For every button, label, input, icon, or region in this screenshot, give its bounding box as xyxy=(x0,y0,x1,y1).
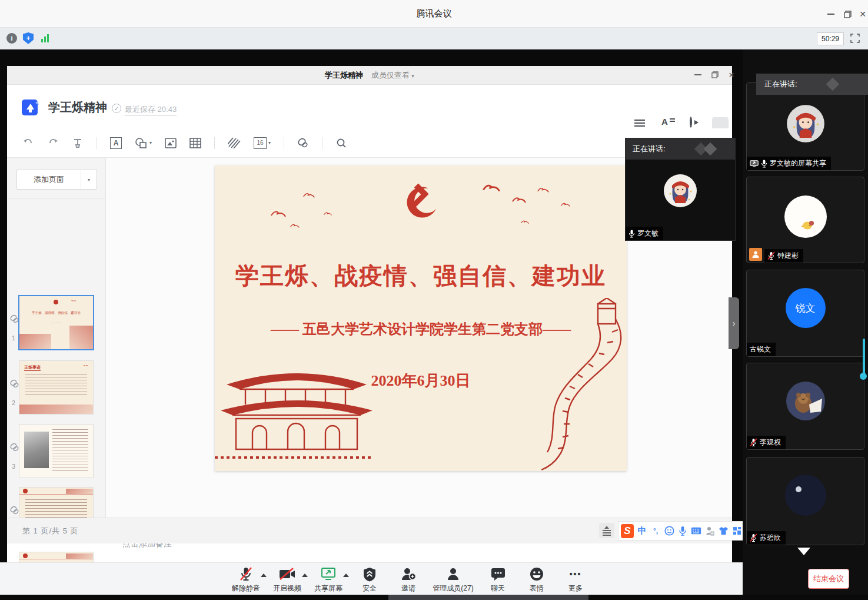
notes-toggle-button[interactable] xyxy=(599,523,614,538)
ime-skin-icon[interactable] xyxy=(718,526,729,535)
text-format-button[interactable]: A xyxy=(661,117,675,127)
insert-table-button[interactable] xyxy=(189,136,201,150)
background-pattern-button[interactable] xyxy=(228,136,241,150)
participant-avatar xyxy=(784,474,827,516)
meeting-timer: 50:29 xyxy=(817,32,844,45)
great-wall-artwork xyxy=(541,298,627,471)
undo-button[interactable] xyxy=(22,136,34,150)
add-page-button[interactable]: 添加页面 ▾ xyxy=(16,170,97,190)
sidebar-scrollbar-thumb[interactable] xyxy=(860,373,867,380)
chat-button[interactable]: 聊天 xyxy=(478,565,517,594)
add-page-label[interactable]: 添加页面 xyxy=(17,170,81,189)
participant-tile[interactable]: 李观权 xyxy=(746,363,864,450)
invite-icon xyxy=(401,567,416,581)
ime-voice-icon[interactable] xyxy=(677,526,688,536)
mic-muted-icon xyxy=(750,533,757,542)
thumb1-number: 1 xyxy=(12,334,15,342)
text-lines-icon xyxy=(670,117,675,123)
share-screen-button[interactable]: 共享屏幕 xyxy=(309,565,348,594)
sidebar-scrollbar[interactable] xyxy=(863,339,865,375)
svg-text:10: 10 xyxy=(711,532,714,535)
font-size-button[interactable]: 16▾ xyxy=(254,136,271,150)
ime-keyboard-icon[interactable] xyxy=(691,527,701,535)
ime-toolbox-icon[interactable] xyxy=(731,526,742,535)
dove-icon xyxy=(483,183,500,193)
share-options-caret[interactable] xyxy=(343,574,349,577)
participant-name: 李观权 xyxy=(760,437,781,447)
mic-muted-icon xyxy=(767,251,775,260)
insert-shape-button[interactable]: ▾ xyxy=(135,136,152,150)
minimize-button[interactable] xyxy=(823,8,839,20)
redo-button[interactable] xyxy=(47,136,59,150)
toolbar-divider xyxy=(322,137,322,149)
thumb2-heading: 王烁事迹 xyxy=(24,364,41,371)
doc-close-button[interactable]: ✕ xyxy=(725,69,738,80)
panel-expand-handle[interactable]: › xyxy=(729,297,739,349)
party-emblem-icon xyxy=(397,182,444,229)
unmute-button[interactable]: 解除静音 xyxy=(227,565,265,594)
toolbar-divider xyxy=(97,137,97,149)
menu-button[interactable] xyxy=(634,118,645,128)
close-icon: ✕ xyxy=(729,71,735,79)
ime-mode-chinese[interactable]: 中 xyxy=(637,525,647,536)
save-status[interactable]: 最近保存 20:43 xyxy=(125,104,177,116)
doc-view-mode[interactable]: 成员仅查看 xyxy=(371,71,410,79)
format-painter-button[interactable] xyxy=(72,136,84,150)
emoji-button[interactable]: 表情 xyxy=(517,565,556,594)
speaker-overlay[interactable]: 正在讲话: 罗文敏 xyxy=(626,138,735,240)
slide-thumbnail-3[interactable] xyxy=(19,425,93,478)
security-shield-button[interactable]: + xyxy=(21,31,35,45)
doc-minimize-button[interactable] xyxy=(691,69,704,80)
saved-check-icon: ✓ xyxy=(112,104,121,113)
participant-tile[interactable]: 钟建彬 xyxy=(746,177,864,263)
emoji-icon xyxy=(530,567,544,581)
mic-options-caret[interactable] xyxy=(261,574,267,577)
manage-members-button[interactable]: 管理成员(27) xyxy=(428,565,478,594)
participant-tile[interactable]: 苏碧欣 xyxy=(746,457,864,545)
slide-thumbnail-1[interactable]: ⌁⌁ 学王烁、战疫情、强自信、建功业 — · · · — xyxy=(19,296,93,349)
current-slide[interactable]: 学王烁、战疫情、强自信、建功业 —— 五邑大学艺术设计学院学生第二党支部—— 2… xyxy=(215,165,627,471)
shared-doc-window: 学王烁精神 成员仅查看 ▾ ✕ 学王烁精神 ✓ 最近保存 20:43 A xyxy=(7,66,732,562)
ime-punctuation[interactable]: °, xyxy=(650,527,661,535)
network-quality-button[interactable] xyxy=(38,31,52,45)
security-button[interactable]: 安全 xyxy=(350,565,389,594)
meeting-info-button[interactable]: i xyxy=(5,31,19,45)
insert-link-button[interactable] xyxy=(297,136,309,150)
start-video-button[interactable]: 开启视频 xyxy=(268,565,307,594)
scroll-down-arrow[interactable] xyxy=(797,548,810,555)
play-icon xyxy=(690,117,692,128)
taskbar-segment xyxy=(388,595,588,600)
ime-person-tool[interactable]: 10 xyxy=(704,526,715,536)
thumb2-link-icon xyxy=(9,379,20,389)
participant-tile[interactable]: 锐文 古锐文 xyxy=(746,270,864,357)
video-options-caret[interactable] xyxy=(302,574,308,577)
speaker-avatar xyxy=(663,174,697,208)
participant-tile[interactable]: 罗文敏的屏幕共享 xyxy=(746,82,864,171)
ime-emoji-icon[interactable] xyxy=(664,526,674,536)
close-button[interactable]: ✕ xyxy=(855,8,868,20)
mic-on-icon xyxy=(761,160,767,168)
search-button[interactable] xyxy=(335,136,347,150)
speaking-label: 正在讲话: xyxy=(764,79,797,88)
sogou-logo-icon[interactable]: S xyxy=(621,524,634,538)
end-meeting-button[interactable]: 结束会议 xyxy=(808,569,849,589)
insert-image-button[interactable] xyxy=(165,136,177,150)
chevron-right-icon: › xyxy=(733,319,736,328)
restore-button[interactable] xyxy=(840,8,855,20)
add-page-dropdown[interactable]: ▾ xyxy=(81,170,97,189)
thumb4-link-icon xyxy=(9,505,20,516)
minimize-icon xyxy=(694,74,701,75)
dove-icon xyxy=(271,210,286,218)
more-button[interactable]: ••• 更多 xyxy=(556,565,595,594)
participant-name-tag: 古锐文 xyxy=(747,343,776,356)
insert-textbox-button[interactable]: A xyxy=(110,136,122,150)
doc-restore-button[interactable] xyxy=(709,69,721,80)
slideshow-button[interactable] xyxy=(690,118,692,127)
hamburger-icon xyxy=(634,120,645,127)
fullscreen-button[interactable] xyxy=(850,33,860,45)
slide-thumbnail-2[interactable]: 王烁事迹 ⌁⌁ xyxy=(19,361,93,414)
invite-button[interactable]: 邀请 xyxy=(389,565,428,594)
participants-sidebar: 罗文敏的屏幕共享 钟建彬 锐文 xyxy=(743,49,868,600)
dove-icon xyxy=(290,223,300,228)
participant-name-tag: 李观权 xyxy=(747,436,786,449)
